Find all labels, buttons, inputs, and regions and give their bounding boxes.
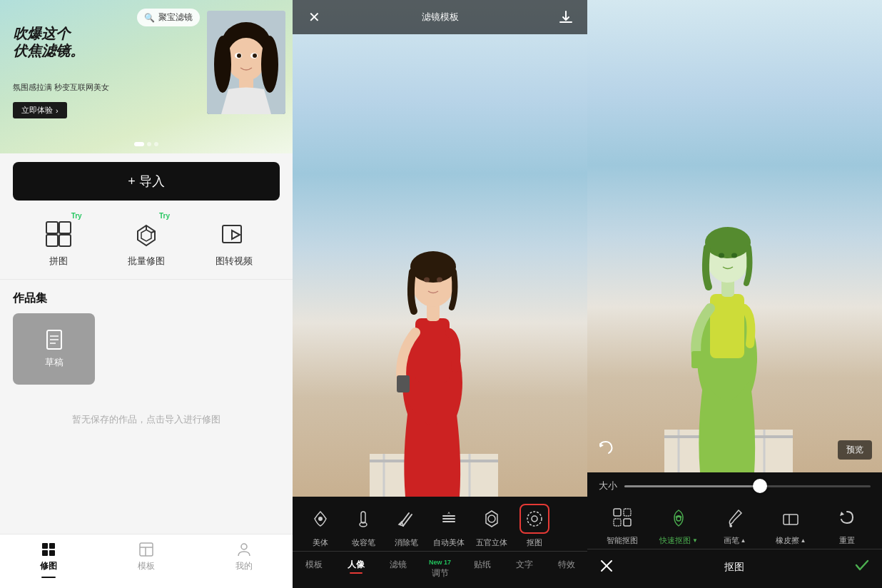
cancel-button[interactable] bbox=[599, 558, 614, 577]
svg-rect-71 bbox=[614, 509, 621, 516]
auto-beauty-icon bbox=[434, 504, 464, 534]
svg-rect-28 bbox=[140, 543, 153, 556]
right-tool-eraser[interactable]: 橡皮擦 ▲ bbox=[769, 502, 812, 546]
tab-text-label: 文字 bbox=[516, 559, 533, 571]
svg-rect-63 bbox=[710, 294, 744, 358]
portrait-svg bbox=[207, 11, 285, 114]
svg-marker-15 bbox=[141, 230, 151, 241]
tool-video[interactable]: 图转视频 bbox=[209, 218, 259, 268]
facial-icon bbox=[477, 504, 507, 534]
svg-point-69 bbox=[731, 253, 737, 258]
svg-marker-19 bbox=[232, 230, 240, 239]
batch-label: 批量修图 bbox=[128, 255, 165, 268]
undo-button[interactable] bbox=[597, 439, 614, 460]
right-tool-brush[interactable]: 画笔 ▲ bbox=[713, 502, 756, 546]
left-panel: 吹爆这个伏焦滤镜。 氛围感拉满 秒变互联网美女 立即体验 › 🔍 聚宝滤镜 bbox=[0, 0, 293, 588]
nav-mine[interactable]: 我的 bbox=[195, 534, 293, 588]
brush-arrow: ▲ bbox=[741, 537, 746, 544]
search-text: 聚宝滤镜 bbox=[158, 11, 193, 24]
tab-special[interactable]: 特效 bbox=[545, 556, 587, 582]
size-slider[interactable] bbox=[624, 485, 871, 487]
tool-auto-beauty[interactable]: 自动美体 bbox=[428, 504, 470, 548]
beauty-icon bbox=[305, 504, 335, 534]
svg-rect-13 bbox=[59, 235, 71, 246]
svg-rect-25 bbox=[49, 543, 55, 549]
right-panel: 预览 大小 智能抠图 bbox=[587, 0, 882, 588]
tab-adjust[interactable]: New 17 调节 bbox=[419, 556, 461, 582]
tab-template-label: 模板 bbox=[305, 559, 323, 571]
cutout-icon bbox=[519, 504, 549, 534]
svg-rect-73 bbox=[614, 519, 621, 526]
undo-icon bbox=[597, 439, 614, 456]
tab-special-label: 特效 bbox=[558, 559, 575, 571]
tool-collage[interactable]: Try 拼图 bbox=[34, 218, 83, 268]
right-tool-reset[interactable]: 重置 bbox=[826, 502, 868, 546]
middle-bottom: 美体 妆容笔 消除笔 bbox=[293, 497, 587, 588]
middle-topbar: ✕ 滤镜模板 bbox=[293, 0, 587, 34]
nav-edit-label: 修图 bbox=[40, 560, 57, 572]
download-button[interactable] bbox=[554, 6, 577, 29]
svg-rect-10 bbox=[46, 222, 58, 233]
tool-facial[interactable]: 五官立体 bbox=[471, 504, 512, 548]
tab-template[interactable]: 模板 bbox=[293, 556, 335, 582]
svg-point-75 bbox=[676, 517, 681, 521]
banner-sub-text: 氛围感拉满 秒变互联网美女 bbox=[13, 82, 109, 93]
tab-text[interactable]: 文字 bbox=[503, 556, 545, 582]
eraser-arrow: ▲ bbox=[801, 537, 806, 544]
right-tool-smart-cutout[interactable]: 智能抠图 bbox=[601, 502, 644, 546]
svg-rect-72 bbox=[624, 509, 631, 516]
search-bar[interactable]: 🔍 聚宝滤镜 bbox=[137, 9, 200, 26]
banner: 吹爆这个伏焦滤镜。 氛围感拉满 秒变互联网美女 立即体验 › 🔍 聚宝滤镜 bbox=[0, 0, 293, 153]
eraser-label: 橡皮擦 bbox=[776, 535, 799, 546]
tab-portrait[interactable]: 人像 bbox=[335, 556, 377, 582]
makeup-icon bbox=[348, 504, 378, 534]
banner-portrait bbox=[207, 11, 285, 114]
eraser-icon bbox=[776, 502, 806, 532]
collage-icon bbox=[42, 218, 75, 250]
svg-point-44 bbox=[424, 278, 430, 283]
remove-icon bbox=[391, 504, 421, 534]
download-icon bbox=[558, 9, 574, 25]
tab-sticker[interactable]: 贴纸 bbox=[461, 556, 503, 582]
confirm-button[interactable] bbox=[853, 557, 871, 578]
size-label: 大小 bbox=[599, 480, 617, 492]
svg-point-6 bbox=[237, 54, 241, 58]
draft-item[interactable]: 草稿 bbox=[13, 313, 95, 385]
size-slider-fill bbox=[624, 485, 767, 487]
preview-button[interactable]: 预览 bbox=[838, 440, 872, 460]
svg-point-68 bbox=[719, 253, 724, 258]
size-slider-thumb[interactable] bbox=[753, 479, 767, 493]
quick-cutout-icon bbox=[664, 502, 694, 532]
close-button[interactable]: ✕ bbox=[303, 6, 325, 29]
nav-edit[interactable]: 修图 bbox=[0, 534, 98, 588]
banner-cta-button[interactable]: 立即体验 › bbox=[13, 102, 67, 118]
video-label: 图转视频 bbox=[216, 255, 253, 268]
collage-label: 拼图 bbox=[49, 255, 68, 268]
tool-beauty[interactable]: 美体 bbox=[300, 504, 341, 548]
nav-edit-underline bbox=[41, 577, 56, 578]
nav-template[interactable]: 模板 bbox=[98, 534, 196, 588]
bottom-nav: 修图 模板 我的 bbox=[0, 534, 293, 588]
cutout-label: 抠图 bbox=[527, 537, 542, 548]
tool-remove[interactable]: 消除笔 bbox=[385, 504, 427, 548]
brush-label: 画笔 bbox=[724, 535, 739, 546]
remove-label: 消除笔 bbox=[395, 537, 418, 548]
right-tool-quick-cutout[interactable]: 快速抠图 ▼ bbox=[657, 502, 700, 546]
svg-rect-24 bbox=[42, 543, 48, 549]
nav-template-icon bbox=[138, 542, 154, 557]
svg-point-46 bbox=[318, 517, 323, 521]
makeup-label: 妆容笔 bbox=[352, 537, 375, 548]
right-tools-row: 智能抠图 快速抠图 ▼ bbox=[587, 497, 882, 549]
reset-icon bbox=[832, 502, 862, 532]
new-badge: New 17 bbox=[429, 559, 451, 566]
tool-makeup[interactable]: 妆容笔 bbox=[343, 504, 384, 548]
cancel-icon bbox=[599, 558, 614, 574]
svg-rect-39 bbox=[415, 318, 450, 382]
tool-cutout[interactable]: 抠图 bbox=[514, 504, 555, 548]
import-button[interactable]: + 导入 bbox=[13, 162, 280, 201]
svg-rect-12 bbox=[46, 235, 58, 246]
tool-batch[interactable]: Try 批量修图 bbox=[121, 218, 171, 268]
banner-dots bbox=[134, 142, 158, 146]
collage-badge: Try bbox=[71, 212, 82, 220]
tab-filter[interactable]: 滤镜 bbox=[377, 556, 419, 582]
